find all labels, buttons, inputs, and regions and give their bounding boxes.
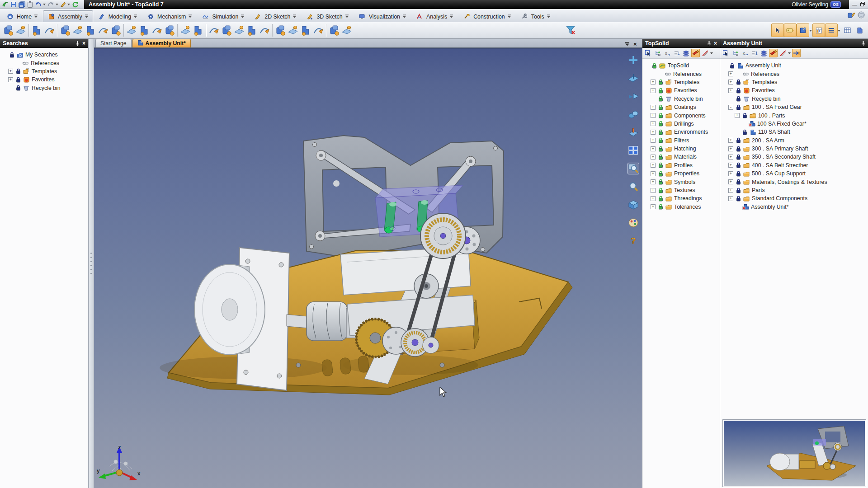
user-name-link[interactable]: Olivier Seyding bbox=[792, 1, 828, 8]
tree-item-my-searches[interactable]: My Searches bbox=[0, 51, 88, 59]
assembly-tool-icon-2[interactable] bbox=[14, 23, 27, 37]
assembly-layers-button[interactable] bbox=[760, 49, 768, 57]
tree-expander[interactable]: + bbox=[8, 69, 13, 74]
tree-expander[interactable]: + bbox=[8, 77, 13, 82]
tree-expander[interactable]: + bbox=[651, 204, 656, 209]
tree-item-drillings[interactable]: +Drillings bbox=[642, 120, 720, 128]
dropdown-caret[interactable] bbox=[809, 30, 812, 33]
topsolid-select-button[interactable] bbox=[644, 49, 652, 57]
tree-expander[interactable]: + bbox=[728, 188, 733, 193]
tree-item-favorites[interactable]: +Favorites bbox=[0, 75, 88, 84]
minimize-button[interactable]: — bbox=[852, 2, 857, 7]
pin-icon[interactable] bbox=[707, 41, 711, 46]
save-icon[interactable] bbox=[10, 0, 17, 8]
topsolid-collapse-button[interactable]: x bbox=[663, 49, 671, 57]
render-style-icon[interactable] bbox=[627, 217, 639, 229]
zoom-icon[interactable] bbox=[627, 181, 639, 192]
ribbon-tab-simulation[interactable]: Simulation bbox=[197, 10, 249, 22]
ribbon-tab-analysis[interactable]: Analysis bbox=[411, 10, 458, 22]
tree-expander[interactable]: + bbox=[651, 179, 656, 184]
tree-item-400-sa-belt-strecther[interactable]: +400 . SA Belt Strecther bbox=[720, 161, 868, 169]
pointer-button[interactable] bbox=[771, 23, 784, 37]
dropdown-caret[interactable] bbox=[838, 30, 840, 33]
zoom-window-icon[interactable] bbox=[627, 163, 639, 174]
tab-gallery-chevron-icon[interactable] bbox=[133, 14, 137, 20]
assembly-follow-button[interactable] bbox=[792, 49, 801, 57]
tab-gallery-chevron-icon[interactable] bbox=[547, 14, 551, 20]
tree-expander[interactable]: + bbox=[651, 171, 656, 176]
tree-item-templates[interactable]: +Templates bbox=[642, 78, 720, 86]
tree-expander[interactable]: + bbox=[651, 155, 656, 160]
assembly-tool-icon-14[interactable] bbox=[179, 23, 192, 37]
tree-expander[interactable]: + bbox=[651, 196, 656, 201]
tree-item-references[interactable]: +References bbox=[720, 70, 868, 78]
tree-item-110-sa-shaft[interactable]: 110 SA Shaft bbox=[720, 128, 868, 136]
assembly-tool-icon-19[interactable] bbox=[245, 23, 258, 37]
help-icon[interactable]: ? bbox=[627, 235, 639, 247]
datum-plane-icon[interactable] bbox=[627, 72, 639, 84]
tree-item-recycle-bin[interactable]: Recycle bin bbox=[0, 84, 88, 92]
topsolid-logo-icon[interactable] bbox=[1, 0, 9, 8]
tab-gallery-chevron-icon[interactable] bbox=[85, 14, 89, 20]
assembly-tool-icon-5[interactable] bbox=[59, 23, 71, 37]
tree-expander[interactable]: + bbox=[728, 171, 733, 176]
tab-list-chevron-icon[interactable] bbox=[625, 40, 630, 48]
dropdown-caret[interactable] bbox=[710, 52, 713, 56]
tree-item-recycle-bin[interactable]: Recycle bin bbox=[642, 95, 720, 103]
assembly-highlight-button[interactable] bbox=[769, 49, 778, 57]
tree-item-templates[interactable]: +Templates bbox=[0, 67, 88, 75]
viewport-3d[interactable]: ? z y x bbox=[94, 48, 642, 488]
topsolid-tree-button[interactable] bbox=[653, 49, 662, 57]
tree-item-topsolid[interactable]: TopSolid bbox=[642, 61, 720, 70]
axis-triad[interactable]: z y x bbox=[96, 444, 143, 485]
pin-icon[interactable] bbox=[75, 41, 80, 46]
annotate-pen-icon[interactable] bbox=[60, 0, 66, 8]
topsolid-sort-button[interactable] bbox=[672, 49, 681, 57]
selection-filter-icon[interactable] bbox=[564, 23, 577, 37]
assembly-tool-icon-23[interactable] bbox=[299, 23, 312, 37]
tree-expander[interactable]: + bbox=[651, 146, 656, 151]
tree-item-references[interactable]: References bbox=[0, 59, 88, 67]
assembly-tool-icon-12[interactable] bbox=[151, 23, 163, 37]
tree-item-tolerances[interactable]: +Tolerances bbox=[642, 203, 720, 211]
document-button[interactable] bbox=[854, 23, 866, 37]
component-pencil-icon[interactable] bbox=[847, 11, 855, 21]
views-button[interactable] bbox=[812, 23, 825, 37]
tree-item-components[interactable]: +Components bbox=[642, 111, 720, 119]
assembly-tool-icon-3[interactable] bbox=[30, 23, 43, 37]
refresh-icon[interactable] bbox=[71, 0, 79, 8]
assembly-preview-pane[interactable] bbox=[722, 419, 866, 487]
assembly-tool-icon-16[interactable] bbox=[208, 23, 220, 37]
tree-item-500-sa-cup-support[interactable]: +500 . SA Cup Support bbox=[720, 169, 868, 178]
assembly-tool-icon-8[interactable] bbox=[97, 23, 109, 37]
view-direction-icon[interactable] bbox=[627, 90, 639, 102]
tree-expander[interactable]: + bbox=[728, 138, 733, 143]
ribbon-tab-modeling[interactable]: Modeling bbox=[94, 10, 142, 22]
tree-item-recycle-bin[interactable]: Recycle bin bbox=[720, 95, 868, 103]
ribbon-tab-tools[interactable]: Tools bbox=[516, 10, 555, 22]
clipboard-icon[interactable] bbox=[27, 0, 33, 8]
tree-expander[interactable]: + bbox=[728, 179, 733, 184]
tree-item-favorites[interactable]: +Favorites bbox=[720, 86, 868, 94]
tab-gallery-chevron-icon[interactable] bbox=[345, 14, 349, 20]
tree-item-properties[interactable]: +Properties bbox=[642, 169, 720, 178]
tree-expander[interactable]: + bbox=[651, 80, 656, 84]
tab-gallery-chevron-icon[interactable] bbox=[507, 14, 511, 20]
ribbon-tab-3d-sketch[interactable]: 3D Sketch bbox=[302, 10, 353, 22]
tree-item-assembly-unit[interactable]: Assembly Unit* bbox=[720, 203, 868, 211]
tree-expander[interactable]: + bbox=[651, 163, 656, 168]
tree-expander[interactable]: + bbox=[728, 71, 733, 76]
tree-expander[interactable]: + bbox=[651, 113, 656, 118]
viewports-grid-icon[interactable] bbox=[627, 145, 639, 156]
tree-expander[interactable]: + bbox=[735, 113, 740, 118]
tree-item-300-sa-primary-shaft[interactable]: +300 . SA Primary Shaft bbox=[720, 145, 868, 153]
tree-expander[interactable]: - bbox=[728, 105, 733, 110]
section-plane-icon[interactable] bbox=[627, 127, 639, 138]
tree-expander[interactable]: + bbox=[651, 130, 656, 135]
assembly-collapse-button[interactable]: x bbox=[741, 49, 749, 57]
tree-item-references[interactable]: References bbox=[642, 70, 720, 78]
assembly-tool-icon-25[interactable] bbox=[328, 23, 340, 37]
tab-gallery-chevron-icon[interactable] bbox=[292, 14, 297, 20]
assembly-tool-icon-24[interactable] bbox=[312, 23, 325, 37]
tree-expander[interactable]: + bbox=[728, 88, 733, 93]
